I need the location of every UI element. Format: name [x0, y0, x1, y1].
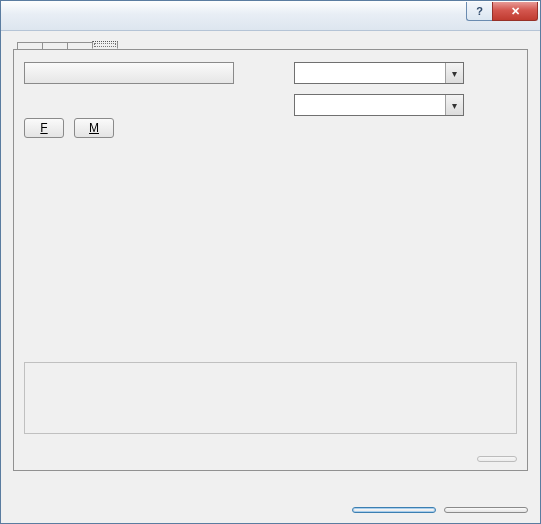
- clear-button[interactable]: [477, 456, 517, 462]
- ok-button[interactable]: [352, 507, 436, 513]
- chevron-down-icon: [445, 63, 463, 83]
- cancel-button[interactable]: [444, 507, 528, 513]
- pattern-style-dropdown[interactable]: [294, 94, 464, 116]
- fill-pane: F M: [13, 49, 528, 471]
- sample-preview: [24, 362, 517, 434]
- close-button[interactable]: ✕: [492, 2, 538, 21]
- format-cells-dialog: ? ✕ F M: [0, 0, 541, 524]
- pattern-color-dropdown[interactable]: [294, 62, 464, 84]
- tab-fill[interactable]: [92, 41, 118, 49]
- fill-effects-button[interactable]: F: [24, 118, 64, 138]
- more-colors-button[interactable]: M: [74, 118, 114, 138]
- help-button[interactable]: ?: [466, 2, 492, 21]
- titlebar: ? ✕: [1, 1, 540, 31]
- dialog-body: F M: [1, 31, 540, 523]
- no-color-button[interactable]: [24, 62, 234, 84]
- chevron-down-icon: [445, 95, 463, 115]
